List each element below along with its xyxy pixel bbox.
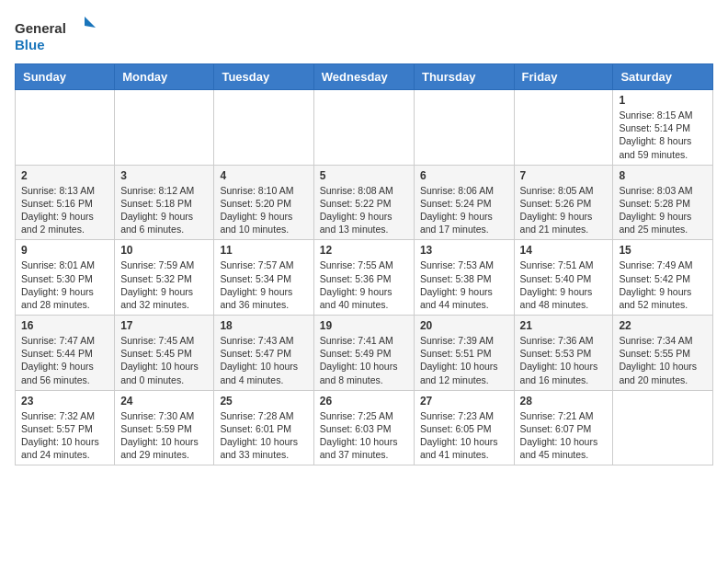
svg-text:General: General <box>15 20 66 36</box>
day-info: Daylight: 10 hours and 24 minutes. <box>21 435 108 461</box>
day-number: 13 <box>420 244 508 257</box>
day-info: Sunset: 5:18 PM <box>120 197 208 210</box>
svg-marker-1 <box>85 17 96 28</box>
calendar-day-cell: 12Sunrise: 7:55 AMSunset: 5:36 PMDayligh… <box>313 240 414 316</box>
day-number: 12 <box>320 244 408 257</box>
day-info: Sunset: 6:01 PM <box>220 422 307 435</box>
calendar-day-cell: 4Sunrise: 8:10 AMSunset: 5:20 PMDaylight… <box>214 165 313 240</box>
day-info: Daylight: 10 hours and 37 minutes. <box>320 435 408 461</box>
calendar-day-cell: 25Sunrise: 7:28 AMSunset: 6:01 PMDayligh… <box>214 390 313 465</box>
day-number: 28 <box>520 395 608 408</box>
day-info: Sunrise: 7:32 AM <box>21 409 108 422</box>
day-info: Daylight: 9 hours and 28 minutes. <box>21 285 108 311</box>
day-info: Sunset: 5:44 PM <box>21 347 108 360</box>
day-info: Sunset: 5:55 PM <box>619 347 707 360</box>
day-info: Sunset: 5:24 PM <box>420 197 508 210</box>
calendar-day-cell <box>16 90 115 166</box>
day-number: 9 <box>21 244 108 257</box>
calendar-day-cell: 1Sunrise: 8:15 AMSunset: 5:14 PMDaylight… <box>613 90 713 166</box>
day-info: Sunrise: 8:15 AM <box>619 109 707 121</box>
day-number: 16 <box>21 319 108 332</box>
day-info: Sunrise: 7:53 AM <box>420 259 508 271</box>
day-info: Daylight: 10 hours and 20 minutes. <box>619 360 707 385</box>
day-info: Sunrise: 8:06 AM <box>420 184 508 197</box>
day-info: Sunset: 5:30 PM <box>21 272 108 285</box>
calendar-day-cell: 17Sunrise: 7:45 AMSunset: 5:45 PMDayligh… <box>115 316 214 391</box>
day-info: Sunset: 5:14 PM <box>619 121 707 134</box>
day-info: Sunset: 6:03 PM <box>320 422 408 435</box>
calendar-day-cell <box>115 90 214 166</box>
day-number: 14 <box>520 244 608 257</box>
day-info: Sunset: 5:22 PM <box>320 197 408 210</box>
day-info: Sunrise: 8:10 AM <box>220 184 307 197</box>
day-number: 11 <box>220 244 307 257</box>
calendar-day-cell <box>514 90 613 166</box>
day-number: 22 <box>619 319 707 332</box>
day-info: Sunset: 5:47 PM <box>220 347 307 360</box>
calendar-day-cell: 26Sunrise: 7:25 AMSunset: 6:03 PMDayligh… <box>313 390 414 465</box>
day-info: Daylight: 9 hours and 25 minutes. <box>619 210 707 236</box>
calendar-day-cell: 5Sunrise: 8:08 AMSunset: 5:22 PMDaylight… <box>313 165 414 240</box>
calendar-body: 1Sunrise: 8:15 AMSunset: 5:14 PMDaylight… <box>16 90 713 465</box>
calendar-day-cell: 3Sunrise: 8:12 AMSunset: 5:18 PMDaylight… <box>115 165 214 240</box>
day-info: Daylight: 9 hours and 56 minutes. <box>21 360 108 385</box>
day-info: Sunset: 5:49 PM <box>320 347 408 360</box>
day-info: Daylight: 10 hours and 29 minutes. <box>120 435 208 461</box>
day-info: Sunrise: 7:51 AM <box>520 259 608 271</box>
day-info: Daylight: 9 hours and 32 minutes. <box>120 285 208 311</box>
weekday-header-monday: Monday <box>115 64 214 90</box>
header: General Blue <box>15 15 713 56</box>
day-info: Sunrise: 8:01 AM <box>21 259 108 271</box>
day-number: 1 <box>619 94 707 107</box>
calendar-day-cell: 24Sunrise: 7:30 AMSunset: 5:59 PMDayligh… <box>115 390 214 465</box>
day-info: Daylight: 10 hours and 0 minutes. <box>120 360 208 385</box>
day-info: Daylight: 9 hours and 21 minutes. <box>520 210 608 236</box>
day-info: Sunrise: 7:55 AM <box>320 259 408 271</box>
calendar-day-cell: 2Sunrise: 8:13 AMSunset: 5:16 PMDaylight… <box>16 165 115 240</box>
day-number: 5 <box>320 169 408 182</box>
calendar-day-cell: 13Sunrise: 7:53 AMSunset: 5:38 PMDayligh… <box>414 240 514 316</box>
day-number: 4 <box>220 169 307 182</box>
day-number: 8 <box>619 169 707 182</box>
day-info: Sunset: 5:42 PM <box>619 272 707 285</box>
calendar-day-cell: 28Sunrise: 7:21 AMSunset: 6:07 PMDayligh… <box>514 390 613 465</box>
day-info: Sunset: 5:36 PM <box>320 272 408 285</box>
day-info: Sunrise: 8:12 AM <box>120 184 208 197</box>
day-info: Daylight: 9 hours and 48 minutes. <box>520 285 608 311</box>
day-info: Sunrise: 7:49 AM <box>619 259 707 271</box>
day-info: Sunset: 5:28 PM <box>619 197 707 210</box>
weekday-header-tuesday: Tuesday <box>214 64 313 90</box>
day-info: Sunrise: 7:41 AM <box>320 334 408 347</box>
day-info: Daylight: 9 hours and 10 minutes. <box>220 210 307 236</box>
day-info: Daylight: 9 hours and 52 minutes. <box>619 285 707 311</box>
weekday-header-thursday: Thursday <box>414 64 514 90</box>
day-info: Sunrise: 7:45 AM <box>120 334 208 347</box>
day-info: Sunset: 5:38 PM <box>420 272 508 285</box>
day-number: 25 <box>220 395 307 408</box>
day-info: Sunrise: 7:21 AM <box>520 409 608 422</box>
calendar-week-row: 9Sunrise: 8:01 AMSunset: 5:30 PMDaylight… <box>16 240 713 316</box>
day-info: Sunrise: 7:25 AM <box>320 409 408 422</box>
day-number: 7 <box>520 169 608 182</box>
day-number: 17 <box>120 319 208 332</box>
logo-svg: General Blue <box>15 15 97 56</box>
logo: General Blue <box>15 15 97 56</box>
day-number: 24 <box>120 395 208 408</box>
calendar-day-cell: 9Sunrise: 8:01 AMSunset: 5:30 PMDaylight… <box>16 240 115 316</box>
day-number: 21 <box>520 319 608 332</box>
calendar-week-row: 16Sunrise: 7:47 AMSunset: 5:44 PMDayligh… <box>16 316 713 391</box>
calendar-day-cell: 16Sunrise: 7:47 AMSunset: 5:44 PMDayligh… <box>16 316 115 391</box>
calendar-day-cell <box>214 90 313 166</box>
day-info: Sunrise: 7:34 AM <box>619 334 707 347</box>
day-info: Sunset: 6:07 PM <box>520 422 608 435</box>
day-info: Sunrise: 8:05 AM <box>520 184 608 197</box>
calendar-day-cell: 7Sunrise: 8:05 AMSunset: 5:26 PMDaylight… <box>514 165 613 240</box>
day-number: 23 <box>21 395 108 408</box>
calendar-week-row: 23Sunrise: 7:32 AMSunset: 5:57 PMDayligh… <box>16 390 713 465</box>
day-info: Daylight: 10 hours and 16 minutes. <box>520 360 608 385</box>
day-info: Daylight: 10 hours and 12 minutes. <box>420 360 508 385</box>
day-info: Daylight: 9 hours and 36 minutes. <box>220 285 307 311</box>
day-info: Sunrise: 7:47 AM <box>21 334 108 347</box>
weekday-header-wednesday: Wednesday <box>313 64 414 90</box>
day-number: 2 <box>21 169 108 182</box>
